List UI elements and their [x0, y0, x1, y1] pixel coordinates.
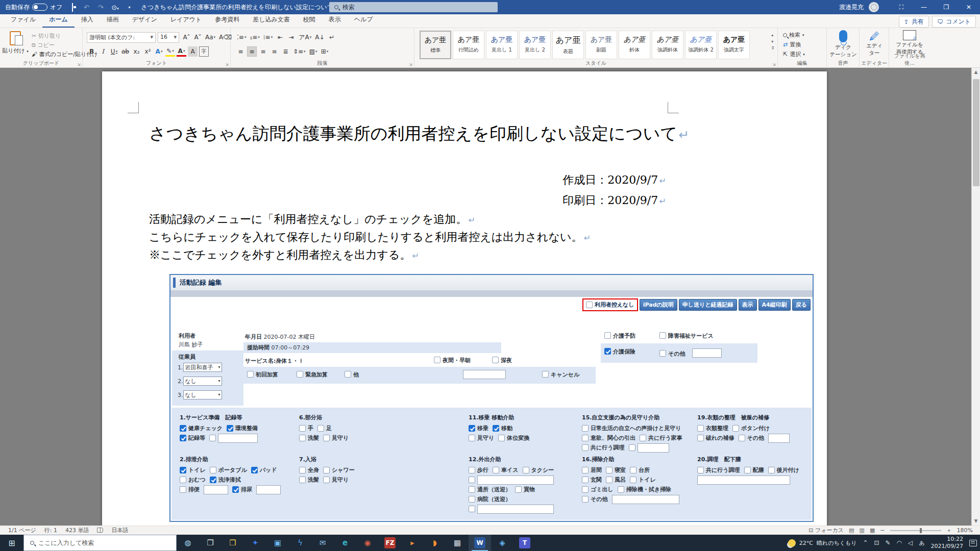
taskbar-search-box[interactable]: ここに入力して検索 [23, 535, 177, 551]
scroll-up-arrow[interactable]: ▲ [972, 68, 980, 77]
task-view-icon[interactable]: ❐ [199, 535, 222, 551]
clipboard-dialog-launcher[interactable]: ⇲ [77, 62, 81, 67]
read-mode-button[interactable]: ▤ [849, 527, 854, 534]
numbered-list-button-dropdown[interactable]: ▾ [258, 35, 260, 39]
enclose-character-button[interactable]: 字 [199, 46, 209, 57]
tab-描画[interactable]: 描画 [100, 13, 126, 28]
styles-dialog-launcher[interactable]: ⇲ [772, 62, 776, 67]
show-hidden-icons-button[interactable]: ⌃ [863, 539, 868, 546]
avatar[interactable]: ◯ [869, 2, 879, 12]
media-player-icon[interactable]: ▸ [401, 535, 424, 551]
tab-差し込み文書[interactable]: 差し込み文書 [246, 13, 297, 28]
chrome-icon[interactable]: ◉ [356, 535, 379, 551]
justify-button[interactable]: ≡ [270, 46, 279, 57]
minimize-button[interactable]: — [913, 0, 935, 14]
text-effects-button[interactable]: A▾ [154, 46, 164, 57]
font-dialog-launcher[interactable]: ⇲ [225, 62, 229, 67]
tab-表示[interactable]: 表示 [322, 13, 348, 28]
titlebar-search-box[interactable]: 検索 [329, 2, 498, 12]
clock[interactable]: 10:222021/09/27 [931, 536, 963, 550]
change-case-button[interactable]: Aa▾ [204, 32, 216, 42]
filezilla-icon[interactable]: FZ [379, 535, 401, 551]
shrink-font-button[interactable]: A˅ [193, 32, 203, 42]
save-button[interactable] [68, 4, 77, 11]
volume-icon[interactable]: ◁ [908, 539, 913, 546]
underline-button[interactable]: U▾ [109, 46, 119, 57]
restore-button[interactable]: ❐ [935, 0, 958, 14]
zoom-slider[interactable] [890, 530, 941, 531]
align-left-button[interactable]: ≡ [236, 46, 246, 57]
style-副題[interactable]: あア亜副題 [585, 31, 617, 59]
embedded-screenshot-image[interactable]: 活動記録 編集 利用者控えなし iPadの説明申し送りと経過記録表示A4縦印刷戻… [169, 274, 814, 522]
cut-button[interactable]: ✂ 切り取り [32, 32, 61, 40]
ime-mode-indicator[interactable]: あ [919, 539, 924, 547]
bullet-list-button-dropdown[interactable]: ▾ [244, 35, 247, 39]
zoom-out-button[interactable]: − [880, 527, 885, 534]
teams-icon[interactable]: T [513, 535, 536, 551]
pen-icon[interactable]: ✎ [886, 539, 891, 546]
style-見出し 2[interactable]: あア亜見出し 2 [519, 31, 551, 59]
customize-qat-button[interactable]: ▾ [125, 5, 134, 10]
subscript-button[interactable]: x₂ [132, 46, 141, 57]
bold-button[interactable]: B [87, 46, 96, 57]
zoom-in-button[interactable]: ＋ [946, 527, 952, 534]
borders-button-dropdown[interactable]: ▾ [327, 49, 329, 54]
network-icon[interactable]: ◠ [897, 539, 902, 546]
change-case-button-dropdown[interactable]: ▾ [214, 35, 216, 39]
distribute-button[interactable]: ≣ [281, 46, 290, 57]
page-indicator[interactable]: 1/1 ページ [8, 527, 36, 534]
style-行間詰め[interactable]: あア亜行間詰め [453, 31, 484, 59]
strikethrough-button[interactable]: ab [120, 46, 130, 57]
borders-button[interactable]: ⊞▾ [320, 46, 329, 57]
paragraph-dialog-launcher[interactable]: ⇲ [409, 62, 412, 67]
font-name-combo[interactable]: 游明朝 (本文のフ:▾ [87, 32, 156, 43]
align-center-button[interactable]: ≡ [247, 46, 257, 57]
ribbon-display-options-button[interactable]: ⛶ [890, 0, 913, 14]
align-right-button[interactable]: ≡ [258, 46, 268, 57]
display-icon[interactable]: ⊡ [874, 539, 879, 546]
mail-icon[interactable]: ✉ [311, 535, 334, 551]
increase-indent-button[interactable]: ⇥ [286, 32, 296, 42]
weather-widget[interactable]: 22°C 晴れのちくもり [788, 539, 857, 547]
proofing-icon[interactable] [97, 527, 103, 534]
formatting-marks-button[interactable]: ↵ [327, 32, 336, 42]
decrease-indent-button[interactable]: ⇤ [275, 32, 285, 42]
lightning-app-icon[interactable]: ϟ [289, 535, 311, 551]
share-button[interactable]: ⇪ 共有 [899, 16, 929, 28]
word-count[interactable]: 423 単語 [65, 527, 89, 534]
reuse-files-button[interactable]: ファイルを 再使用する [895, 30, 924, 56]
cortana-icon[interactable]: ◍ [177, 535, 199, 551]
line-spacing-button-dropdown[interactable]: ▾ [304, 49, 306, 54]
italic-button[interactable]: I [98, 46, 108, 57]
word-icon[interactable]: W [469, 535, 491, 551]
style-強調太字[interactable]: あア亜強調太字 [718, 31, 750, 59]
style-標準[interactable]: あア亜標準 [420, 31, 451, 59]
style-斜体[interactable]: あア亜斜体 [619, 31, 650, 59]
focus-mode-button[interactable]: ⊡ フォーカス [808, 527, 844, 534]
tab-ファイル[interactable]: ファイル [4, 13, 42, 28]
page[interactable]: さつきちゃん訪問介護事業所の利用者控えを印刷しない設定について↵ 作成日：202… [102, 71, 827, 525]
replace-button[interactable]: ⇄ 置換 [783, 41, 805, 48]
dictation-button[interactable]: ディク テーション [829, 30, 857, 58]
underline-button-dropdown[interactable]: ▾ [116, 49, 118, 54]
text-effects-button-dropdown[interactable]: ▾ [161, 49, 163, 54]
vertical-scrollbar[interactable]: ▲ ▼ [971, 68, 980, 525]
shading-button[interactable]: ▨▾ [308, 46, 318, 57]
editor-button[interactable]: 🖉 エディ ター [860, 30, 889, 57]
tab-挿入[interactable]: 挿入 [75, 13, 100, 28]
char-shading-button[interactable]: A [188, 46, 198, 57]
action-center-button[interactable] [969, 540, 977, 546]
sort-button[interactable]: A↓ [314, 32, 325, 42]
scroll-down-arrow[interactable]: ▼ [972, 517, 980, 525]
file-explorer-icon[interactable]: ❒ [222, 535, 244, 551]
tab-校閲[interactable]: 校閲 [297, 13, 322, 28]
phonetic-guide-button[interactable]: アA▾ [298, 32, 312, 42]
find-button[interactable]: 検索 ▾ [783, 31, 805, 39]
calculator-icon[interactable]: ▦ [446, 535, 469, 551]
superscript-button[interactable]: x² [143, 46, 153, 57]
style-強調斜体 2[interactable]: あア亜強調斜体 2 [685, 31, 717, 59]
grow-font-button[interactable]: A˄ [182, 32, 191, 42]
redo-button[interactable]: ↷ [96, 4, 106, 11]
store-icon[interactable]: ▣ [266, 535, 289, 551]
phonetic-guide-button-dropdown[interactable]: ▾ [310, 35, 312, 39]
